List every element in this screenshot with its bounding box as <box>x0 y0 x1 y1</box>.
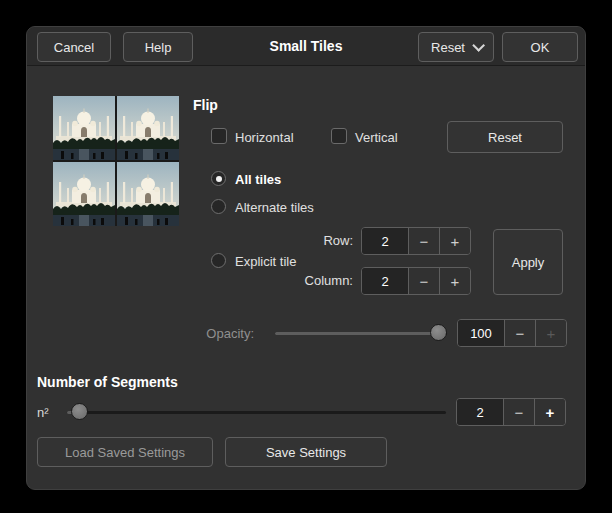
opacity-label: Opacity: <box>147 326 254 341</box>
apply-button[interactable]: Apply <box>493 229 563 295</box>
segments-spinner: 2 − + <box>456 398 566 426</box>
tile-image <box>117 96 179 160</box>
vertical-label: Vertical <box>355 130 398 145</box>
opacity-input[interactable]: 100 <box>458 320 504 346</box>
alternate-tiles-label: Alternate tiles <box>235 200 314 215</box>
help-button[interactable]: Help <box>123 32 193 62</box>
row-label: Row: <box>277 233 353 248</box>
explicit-tile-label: Explicit tile <box>235 254 296 269</box>
segments-decrement-button[interactable]: − <box>503 399 534 425</box>
segments-slider-track <box>67 411 446 414</box>
opacity-slider[interactable] <box>275 319 447 347</box>
opacity-increment-button: + <box>535 320 566 346</box>
row-spinner: 2 − + <box>361 227 471 255</box>
horizontal-checkbox[interactable] <box>211 128 227 144</box>
n-squared-label: n² <box>37 405 49 420</box>
preview-image <box>53 96 179 226</box>
column-decrement-button[interactable]: − <box>408 268 439 294</box>
column-label: Column: <box>277 273 353 288</box>
ok-button[interactable]: OK <box>502 32 578 62</box>
load-settings-button[interactable]: Load Saved Settings <box>37 437 213 467</box>
column-increment-button[interactable]: + <box>439 268 470 294</box>
opacity-spinner: 100 − + <box>457 319 567 347</box>
tile-image <box>53 96 115 160</box>
row-decrement-button[interactable]: − <box>408 228 439 254</box>
opacity-slider-fill <box>275 332 435 335</box>
cancel-button[interactable]: Cancel <box>37 32 111 62</box>
small-tiles-dialog: Cancel Help Small Tiles Reset OK Flip Ho… <box>26 26 586 490</box>
flip-reset-button[interactable]: Reset <box>447 121 563 153</box>
reset-dropdown-label: Reset <box>431 40 465 55</box>
alternate-tiles-radio[interactable] <box>211 199 226 214</box>
tile-image <box>117 162 179 226</box>
all-tiles-radio[interactable] <box>211 171 226 186</box>
row-input[interactable]: 2 <box>362 228 408 254</box>
row-increment-button[interactable]: + <box>439 228 470 254</box>
dialog-header: Cancel Help Small Tiles Reset OK <box>27 27 585 66</box>
segments-heading: Number of Segments <box>37 374 178 390</box>
chevron-down-icon <box>472 39 485 52</box>
segments-slider-handle[interactable] <box>71 403 88 420</box>
all-tiles-label: All tiles <box>235 172 281 187</box>
opacity-slider-handle[interactable] <box>430 324 447 341</box>
column-spinner: 2 − + <box>361 267 471 295</box>
segments-slider[interactable] <box>67 398 446 426</box>
dialog-title: Small Tiles <box>270 38 343 54</box>
vertical-checkbox[interactable] <box>331 128 347 144</box>
explicit-tile-radio[interactable] <box>211 253 226 268</box>
column-input[interactable]: 2 <box>362 268 408 294</box>
save-settings-button[interactable]: Save Settings <box>225 437 387 467</box>
segments-input[interactable]: 2 <box>457 399 503 425</box>
horizontal-label: Horizontal <box>235 130 294 145</box>
flip-heading: Flip <box>193 97 218 113</box>
tile-image <box>53 162 115 226</box>
reset-dropdown-button[interactable]: Reset <box>418 32 494 62</box>
segments-increment-button[interactable]: + <box>534 399 565 425</box>
opacity-decrement-button[interactable]: − <box>504 320 535 346</box>
